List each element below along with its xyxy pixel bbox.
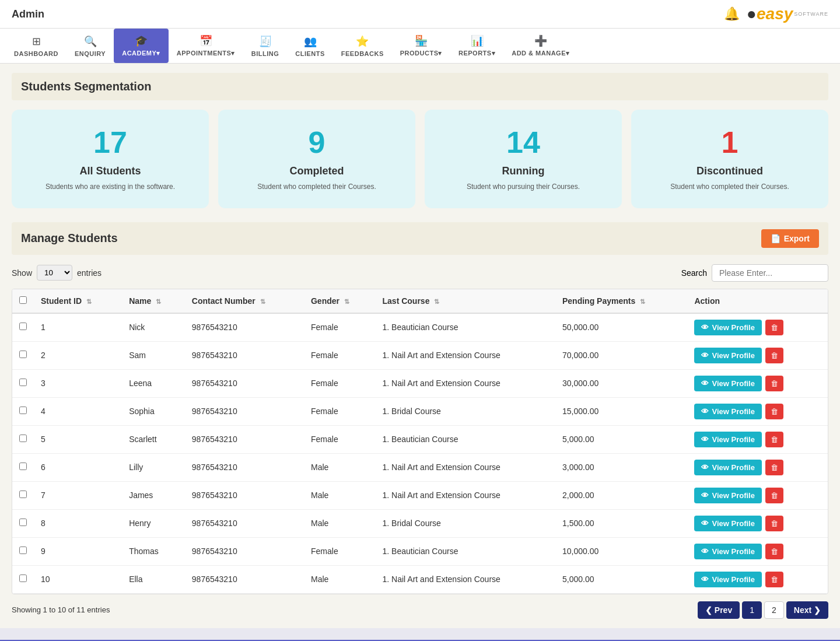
- row-select-5[interactable]: [19, 435, 27, 442]
- nav-item-clients[interactable]: 👥 CLIENTS: [287, 29, 333, 63]
- row-action-6: 👁 View Profile 🗑: [687, 453, 828, 481]
- entries-select[interactable]: 10 25 50 100: [37, 265, 72, 281]
- row-course-2: 1. Nail Art and Extension Course: [376, 341, 555, 369]
- students-table: Student ID ⇅ Name ⇅ Contact Number ⇅ Gen…: [12, 289, 828, 594]
- nav-item-reports[interactable]: 📊 REPORTS▾: [450, 29, 503, 63]
- nav-item-products[interactable]: 🏪 PRODUCTS▾: [392, 29, 450, 63]
- page-2-button[interactable]: 2: [764, 601, 784, 619]
- stat-discontinued[interactable]: 1 Discontinued Student who completed the…: [631, 110, 828, 208]
- products-label: PRODUCTS▾: [400, 50, 442, 57]
- segmentation-title: Students Segmentation: [21, 80, 819, 93]
- row-select-8[interactable]: [19, 519, 27, 526]
- delete-button-9[interactable]: 🗑: [765, 544, 783, 559]
- delete-button-7[interactable]: 🗑: [765, 488, 783, 503]
- all-students-desc: Students who are existing in the softwar…: [23, 182, 197, 192]
- search-area: Search: [681, 264, 828, 282]
- delete-button-10[interactable]: 🗑: [765, 572, 783, 587]
- delete-button-8[interactable]: 🗑: [765, 516, 783, 531]
- view-profile-button-6[interactable]: 👁 View Profile: [694, 460, 761, 475]
- row-select-2[interactable]: [19, 351, 27, 358]
- col-action: Action: [687, 289, 828, 313]
- col-name[interactable]: Name ⇅: [122, 289, 185, 313]
- row-contact-7: 9876543210: [185, 481, 304, 509]
- main-content: Students Segmentation 17 All Students St…: [0, 64, 840, 628]
- running-desc: Student who pursuing their Courses.: [436, 182, 610, 192]
- stat-all-students[interactable]: 17 All Students Students who are existin…: [12, 110, 209, 208]
- row-gender-10: Male: [304, 565, 376, 593]
- view-profile-button-9[interactable]: 👁 View Profile: [694, 544, 761, 559]
- next-button[interactable]: Next ❯: [786, 601, 828, 619]
- prev-button[interactable]: ❮ Prev: [698, 601, 740, 619]
- stat-running[interactable]: 14 Running Student who pursuing their Co…: [425, 110, 622, 208]
- nav-item-feedbacks[interactable]: ⭐ FEEDBACKS: [333, 29, 392, 63]
- row-course-8: 1. Bridal Course: [376, 509, 555, 537]
- sort-icon-course: ⇅: [434, 298, 439, 305]
- export-button[interactable]: 📄 Export: [761, 229, 819, 248]
- col-pending[interactable]: Pending Payments ⇅: [555, 289, 687, 313]
- row-select-4[interactable]: [19, 407, 27, 414]
- page-1-button[interactable]: 1: [742, 601, 762, 619]
- eye-icon: 👁: [701, 407, 709, 416]
- view-profile-button-2[interactable]: 👁 View Profile: [694, 348, 761, 363]
- nav-item-enquiry[interactable]: 🔍 ENQUIRY: [66, 29, 114, 63]
- table-controls: Show 10 25 50 100 entries Search: [12, 264, 828, 282]
- view-profile-button-3[interactable]: 👁 View Profile: [694, 376, 761, 391]
- row-id-3: 3: [34, 369, 122, 397]
- dashboard-label: DASHBOARD: [14, 50, 58, 57]
- view-profile-button-5[interactable]: 👁 View Profile: [694, 432, 761, 447]
- row-course-6: 1. Nail Art and Extension Course: [376, 453, 555, 481]
- search-input[interactable]: [712, 264, 828, 282]
- nav-item-academy[interactable]: 🎓 ACADEMY▾: [114, 29, 169, 63]
- table-row: 5 Scarlett 9876543210 Female 1. Beautici…: [12, 425, 828, 453]
- delete-button-5[interactable]: 🗑: [765, 432, 783, 447]
- row-gender-5: Female: [304, 425, 376, 453]
- row-name-4: Sophia: [122, 397, 185, 425]
- row-checkbox-9: [12, 537, 34, 565]
- row-select-3[interactable]: [19, 379, 27, 386]
- row-contact-4: 9876543210: [185, 397, 304, 425]
- completed-desc: Student who completed their Courses.: [230, 182, 404, 192]
- row-select-1[interactable]: [19, 323, 27, 330]
- row-action-8: 👁 View Profile 🗑: [687, 509, 828, 537]
- row-select-6[interactable]: [19, 463, 27, 470]
- enquiry-icon: 🔍: [84, 35, 97, 48]
- row-checkbox-10: [12, 565, 34, 593]
- pagination: ❮ Prev 1 2 Next ❯: [698, 601, 828, 619]
- select-all-checkbox[interactable]: [19, 296, 27, 304]
- row-select-9[interactable]: [19, 547, 27, 554]
- nav-item-appointments[interactable]: 📅 APPOINTMENTS▾: [169, 29, 243, 63]
- table-row: 1 Nick 9876543210 Female 1. Beautician C…: [12, 313, 828, 342]
- delete-button-3[interactable]: 🗑: [765, 376, 783, 391]
- all-students-title: All Students: [23, 165, 197, 177]
- nav-item-dashboard[interactable]: ⊞ DASHBOARD: [6, 29, 66, 63]
- nav-item-add-manage[interactable]: ➕ ADD & MANAGE▾: [503, 29, 578, 63]
- delete-button-4[interactable]: 🗑: [765, 404, 783, 419]
- row-course-3: 1. Nail Art and Extension Course: [376, 369, 555, 397]
- view-profile-button-10[interactable]: 👁 View Profile: [694, 572, 761, 587]
- col-last-course[interactable]: Last Course ⇅: [376, 289, 555, 313]
- col-contact[interactable]: Contact Number ⇅: [185, 289, 304, 313]
- row-id-9: 9: [34, 537, 122, 565]
- view-profile-button-4[interactable]: 👁 View Profile: [694, 404, 761, 419]
- row-name-3: Leena: [122, 369, 185, 397]
- header-right: 🔔 ●easy SOFTWARE: [724, 5, 828, 23]
- col-student-id[interactable]: Student ID ⇅: [34, 289, 122, 313]
- view-profile-button-1[interactable]: 👁 View Profile: [694, 320, 761, 335]
- delete-button-6[interactable]: 🗑: [765, 460, 783, 475]
- delete-button-1[interactable]: 🗑: [765, 320, 783, 335]
- students-table-wrap: Student ID ⇅ Name ⇅ Contact Number ⇅ Gen…: [12, 289, 828, 594]
- admin-title: Admin: [12, 8, 44, 20]
- row-gender-3: Female: [304, 369, 376, 397]
- stat-completed[interactable]: 9 Completed Student who completed their …: [218, 110, 415, 208]
- row-select-10[interactable]: [19, 575, 27, 582]
- logo-software: SOFTWARE: [794, 12, 828, 17]
- row-select-7[interactable]: [19, 491, 27, 498]
- row-contact-3: 9876543210: [185, 369, 304, 397]
- nav-item-billing[interactable]: 🧾 BILLING: [243, 29, 288, 63]
- all-students-number: 17: [23, 126, 197, 159]
- col-gender[interactable]: Gender ⇅: [304, 289, 376, 313]
- table-row: 2 Sam 9876543210 Female 1. Nail Art and …: [12, 341, 828, 369]
- delete-button-2[interactable]: 🗑: [765, 348, 783, 363]
- view-profile-button-7[interactable]: 👁 View Profile: [694, 488, 761, 503]
- view-profile-button-8[interactable]: 👁 View Profile: [694, 516, 761, 531]
